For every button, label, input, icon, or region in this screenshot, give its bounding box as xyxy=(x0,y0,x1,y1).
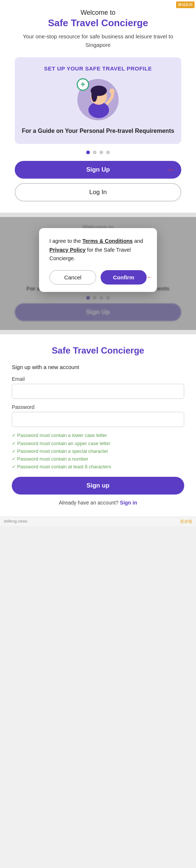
signup-button[interactable]: Sign Up ← xyxy=(15,161,181,179)
avatar-plus-icon: + xyxy=(77,78,89,91)
password-rules-list: ✓ Password must contain a lower case let… xyxy=(12,432,184,470)
confirm-button[interactable]: Confirm ← xyxy=(101,270,147,285)
terms-link[interactable]: Terms & Conditions xyxy=(82,238,133,244)
modal-buttons: Cancel Confirm ← xyxy=(49,270,147,285)
subtitle-text: Your one-stop resource for safe business… xyxy=(15,32,181,49)
dot-1 xyxy=(86,151,90,154)
setup-title: SET UP YOUR SAFE TRAVEL PROFILE xyxy=(21,65,175,72)
signup-form-section: Safe Travel Concierge Sign up with a new… xyxy=(0,334,196,517)
login-button[interactable]: Log In xyxy=(15,183,181,202)
avatar-container: + xyxy=(21,78,175,122)
signup-arrow-icon: ← xyxy=(167,165,175,175)
footer-bar: shifeng.news 星侨视 xyxy=(0,517,196,526)
password-input[interactable] xyxy=(12,412,184,427)
rule-special: ✓ Password must contain a special charac… xyxy=(12,448,184,455)
privacy-link[interactable]: Privacy Policy xyxy=(49,247,85,253)
rule-lowercase: ✓ Password must contain a lower case let… xyxy=(12,432,184,439)
svg-point-5 xyxy=(109,89,115,94)
watermark: 狮城新闻 xyxy=(176,1,195,8)
setup-banner: SET UP YOUR SAFE TRAVEL PROFILE xyxy=(15,57,181,144)
modal-text-and: and xyxy=(133,238,143,244)
welcome-screen: 狮城新闻 Welcome to Safe Travel Concierge Yo… xyxy=(0,0,196,213)
section-divider-2 xyxy=(0,330,196,334)
carousel-dots xyxy=(15,151,181,154)
confirm-arrow-icon: ← xyxy=(147,274,153,280)
rule-length: ✓ Password must contain at least 8 chara… xyxy=(12,464,184,470)
email-input[interactable] xyxy=(12,384,184,399)
signin-link[interactable]: Sign in xyxy=(120,500,137,506)
dot-3 xyxy=(99,151,103,154)
already-account-text: Already have an account? Sign in xyxy=(12,500,184,506)
app-title: Safe Travel Concierge xyxy=(15,17,181,29)
welcome-to-label: Welcome to xyxy=(15,9,181,17)
modal-text-before: I agree to the xyxy=(49,238,82,244)
modal-body-text: I agree to the Terms & Conditions andPri… xyxy=(49,237,147,263)
cancel-button[interactable]: Cancel xyxy=(49,270,96,285)
s3-title: Safe Travel Concierge xyxy=(12,345,184,356)
svg-point-4 xyxy=(91,89,97,102)
section-divider-1 xyxy=(0,213,196,217)
dot-2 xyxy=(93,151,97,154)
footer-left: shifeng.news xyxy=(4,519,27,524)
footer-right: 星侨视 xyxy=(180,519,192,524)
modal-section: Welcome to SAFE TRAVEL PROFILE + For a G… xyxy=(0,217,196,330)
s3-subtitle: Sign up with a new account xyxy=(12,364,184,370)
modal-overlay: I agree to the Terms & Conditions andPri… xyxy=(0,217,196,330)
terms-modal: I agree to the Terms & Conditions andPri… xyxy=(39,228,157,292)
guide-text: For a Guide on Your Personal Pre-travel … xyxy=(21,127,175,135)
rule-number: ✓ Password must contain a number xyxy=(12,456,184,462)
signup-form-button[interactable]: Sign up xyxy=(12,477,184,495)
dot-4 xyxy=(106,151,110,154)
email-label: Email xyxy=(12,376,184,382)
rule-uppercase: ✓ Password must contain an upper case le… xyxy=(12,440,184,447)
password-label: Password xyxy=(12,404,184,410)
